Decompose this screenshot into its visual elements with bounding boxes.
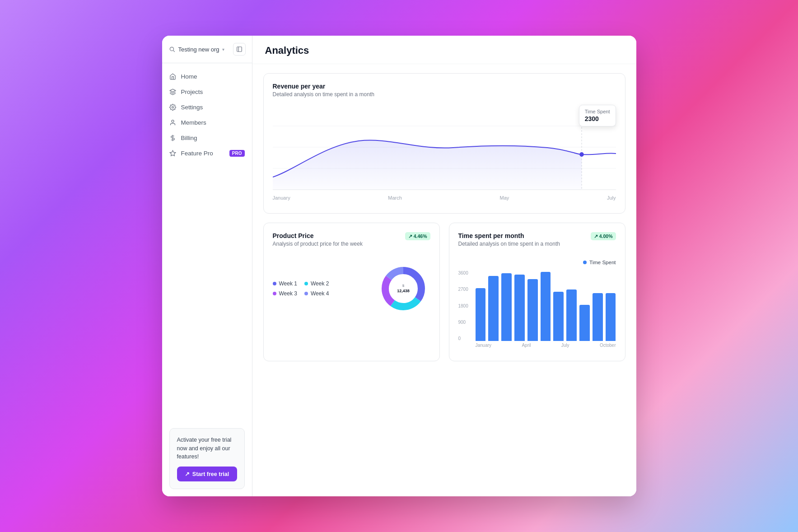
chart-datapoint (579, 152, 584, 157)
bar-legend-label: Time Spent (589, 260, 616, 265)
svg-point-6 (172, 120, 174, 122)
bars-area (476, 271, 616, 341)
sidebar-item-billing[interactable]: Billing (162, 130, 252, 145)
revenue-tooltip: Time Spent 2300 (579, 105, 616, 126)
x-bar-january: January (476, 343, 492, 352)
sidebar-nav: Home Projects (162, 63, 252, 421)
svg-text:12,438: 12,438 (397, 289, 410, 293)
revenue-line-svg (273, 105, 616, 191)
bar-jun (541, 271, 551, 341)
bar-apr (514, 271, 525, 341)
x-label-july: July (607, 195, 616, 201)
trial-card: Activate your free trial now and enjoy a… (169, 428, 245, 489)
svg-point-5 (172, 106, 174, 108)
trial-button-label: Start free trial (192, 471, 229, 477)
time-spent-titles: Time spent per month Detailed analysis o… (458, 232, 560, 254)
sidebar-item-members[interactable]: Members (162, 115, 252, 130)
bar-aug (566, 271, 577, 341)
y-label-900: 900 (458, 320, 474, 325)
week4-label: Week 4 (311, 290, 329, 297)
chevron-down-icon: ▾ (222, 47, 224, 52)
x-axis-bars: January April July October (476, 343, 616, 352)
settings-label: Settings (181, 104, 203, 111)
settings-icon (169, 103, 177, 111)
svg-line-1 (173, 51, 174, 52)
time-spent-badge-value: 4.00% (599, 233, 613, 239)
svg-marker-8 (170, 150, 176, 156)
week1-label: Week 1 (279, 280, 297, 287)
page-title: Analytics (265, 45, 624, 56)
app-window: Testing new org ▾ Home (162, 36, 636, 496)
sidebar-header: Testing new org ▾ (162, 36, 252, 63)
projects-label: Projects (181, 89, 203, 95)
donut-legend: Week 1 Week 2 Week 3 (273, 280, 329, 297)
x-label-march: March (388, 195, 402, 201)
week3-dot (273, 292, 276, 295)
sidebar-item-settings[interactable]: Settings (162, 99, 252, 115)
layers-icon (169, 88, 177, 95)
charts-area: Revenue per year Detailed analysis on ti… (252, 64, 636, 496)
tooltip-value: 2300 (585, 115, 610, 122)
legend-week1: Week 1 (273, 280, 297, 287)
bar-legend-dot (583, 261, 587, 264)
members-label: Members (181, 119, 206, 126)
revenue-chart-card: Revenue per year Detailed analysis on ti… (263, 73, 625, 214)
billing-label: Billing (181, 135, 197, 141)
sidebar-footer: Activate your free trial now and enjoy a… (162, 421, 252, 496)
bar-sep (579, 271, 590, 341)
bar-may (527, 271, 538, 341)
svg-marker-4 (170, 89, 176, 92)
bar-jul (553, 271, 564, 341)
feature-pro-label: Feature Pro (181, 150, 213, 157)
y-label-0: 0 (458, 336, 474, 341)
week4-dot (304, 292, 308, 295)
product-price-badge: ↗ 4.46% (405, 232, 430, 240)
start-free-trial-button[interactable]: ↗ Start free trial (177, 467, 237, 481)
x-bar-april: April (522, 343, 531, 352)
sidebar-item-projects[interactable]: Projects (162, 84, 252, 99)
org-selector[interactable]: Testing new org ▾ (168, 46, 224, 53)
trial-message: Activate your free trial now and enjoy a… (177, 436, 237, 461)
bar-mar (501, 271, 512, 341)
revenue-chart-title: Revenue per year (273, 83, 616, 90)
main-content: Analytics Revenue per year Detailed anal… (252, 36, 636, 496)
revenue-x-axis: January March May July (273, 192, 616, 201)
home-icon (169, 73, 177, 80)
time-spent-card: Time spent per month Detailed analysis o… (449, 223, 625, 361)
week3-label: Week 3 (279, 290, 297, 297)
time-spent-badge: ↗ 4.00% (591, 232, 616, 240)
x-bar-october: October (600, 343, 616, 352)
time-spent-header: Time spent per month Detailed analysis o… (458, 232, 616, 254)
legend-week4: Week 4 (304, 290, 329, 297)
org-icon (168, 46, 176, 53)
revenue-chart-subtitle: Detailed analysis on time spent in a mon… (273, 91, 616, 98)
bar-feb (488, 271, 499, 341)
time-spent-title: Time spent per month (458, 232, 560, 239)
bar-oct (593, 271, 603, 341)
home-label: Home (181, 73, 197, 80)
week1-dot (273, 282, 276, 285)
legend-week3: Week 3 (273, 290, 297, 297)
x-label-january: January (273, 195, 290, 201)
org-name: Testing new org (178, 46, 219, 53)
y-label-2700: 2700 (458, 287, 474, 292)
sidebar-item-feature-pro[interactable]: Feature Pro PRO (162, 145, 252, 161)
week2-label: Week 2 (311, 280, 329, 287)
sidebar: Testing new org ▾ Home (162, 36, 252, 496)
svg-point-0 (170, 47, 173, 51)
dollar-icon (169, 134, 177, 141)
x-bar-july: July (561, 343, 569, 352)
main-header: Analytics (252, 36, 636, 64)
revenue-chart: Time Spent 2300 (273, 105, 616, 204)
bar-chart-area: Time Spent 3600 2700 1800 900 0 (458, 260, 616, 352)
bar-jan (476, 271, 486, 341)
sidebar-item-home[interactable]: Home (162, 69, 252, 84)
sidebar-toggle-button[interactable] (233, 43, 246, 56)
product-price-badge-value: 4.46% (414, 233, 427, 239)
product-price-subtitle: Analysis of product price for the week (273, 241, 363, 247)
y-label-3600: 3600 (458, 271, 474, 275)
week2-dot (304, 282, 308, 285)
star-icon (169, 149, 177, 157)
bar-nov (606, 271, 616, 341)
product-price-titles: Product Price Analysis of product price … (273, 232, 363, 254)
